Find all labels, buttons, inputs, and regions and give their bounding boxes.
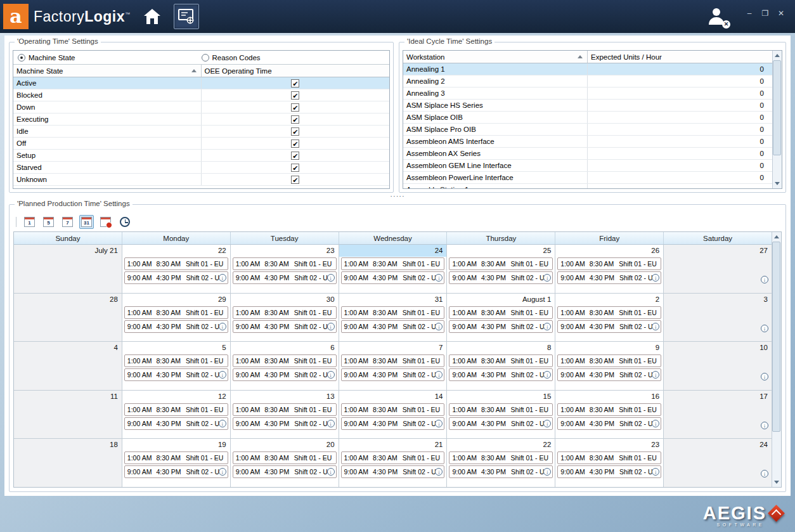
shift-entry[interactable]: 9:00 AM4:30 PMShift 02 - US↓ bbox=[124, 417, 228, 430]
calendar-day-cell[interactable]: 3↓ bbox=[664, 294, 772, 342]
machine-state-row[interactable]: Idle✔ bbox=[13, 126, 389, 138]
calendar-day-cell[interactable]: 221:00 AM8:30 AMShift 01 - EU9:00 AM4:30… bbox=[122, 245, 231, 293]
shift-entry[interactable]: 1:00 AM8:30 AMShift 01 - EU bbox=[557, 403, 661, 416]
home-button[interactable] bbox=[139, 4, 165, 29]
shift-entry[interactable]: 1:00 AM8:30 AMShift 01 - EU bbox=[449, 403, 553, 416]
expected-units-cell[interactable]: 0 bbox=[588, 112, 772, 123]
calendar-day-cell[interactable]: 71:00 AM8:30 AMShift 01 - EU9:00 AM4:30 … bbox=[339, 342, 448, 390]
minimize-button[interactable]: – bbox=[744, 9, 754, 18]
shift-entry[interactable]: 9:00 AM4:30 PMShift 02 - US↓ bbox=[124, 320, 228, 333]
more-appointments-icon[interactable]: ↓ bbox=[652, 468, 659, 476]
calendar-day-cell[interactable]: 91:00 AM8:30 AMShift 01 - EU9:00 AM4:30 … bbox=[555, 342, 664, 390]
more-appointments-icon[interactable]: ↓ bbox=[327, 274, 335, 282]
oee-operating-time-column-header[interactable]: OEE Operating Time bbox=[202, 65, 390, 77]
shift-entry[interactable]: 9:00 AM4:30 PMShift 02 - US↓ bbox=[449, 417, 553, 430]
shift-entry[interactable]: 9:00 AM4:30 PMShift 02 - US↓ bbox=[233, 368, 337, 381]
calendar-day-cell[interactable]: 231:00 AM8:30 AMShift 01 - EU9:00 AM4:30… bbox=[555, 439, 664, 487]
calendar-day-cell[interactable]: 231:00 AM8:30 AMShift 01 - EU9:00 AM4:30… bbox=[231, 245, 339, 293]
more-appointments-icon[interactable]: ↓ bbox=[652, 371, 659, 379]
more-appointments-icon[interactable]: ↓ bbox=[652, 274, 659, 282]
workstation-row[interactable]: ASM Siplace OIB0 bbox=[403, 112, 772, 124]
calendar-day-cell[interactable]: 191:00 AM8:30 AMShift 01 - EU9:00 AM4:30… bbox=[122, 439, 231, 487]
shift-entry[interactable]: 1:00 AM8:30 AMShift 01 - EU bbox=[233, 354, 337, 367]
calendar-day-cell[interactable]: 261:00 AM8:30 AMShift 01 - EU9:00 AM4:30… bbox=[555, 245, 664, 293]
reason-codes-radio[interactable]: Reason Codes bbox=[202, 54, 261, 62]
more-appointments-icon[interactable]: ↓ bbox=[327, 323, 335, 330]
shift-entry[interactable]: 9:00 AM4:30 PMShift 02 - US↓ bbox=[341, 465, 445, 478]
calendar-day-cell[interactable]: 17↓ bbox=[664, 391, 772, 439]
shift-entry[interactable]: 9:00 AM4:30 PMShift 02 - US↓ bbox=[233, 465, 337, 478]
more-appointments-icon[interactable]: ↓ bbox=[435, 468, 443, 476]
expected-units-cell[interactable] bbox=[588, 184, 772, 188]
calendar-day-cell[interactable]: 11 bbox=[14, 391, 122, 439]
more-appointments-icon[interactable]: ↓ bbox=[761, 470, 768, 477]
shift-entry[interactable]: 1:00 AM8:30 AMShift 01 - EU bbox=[341, 403, 445, 416]
shift-entry[interactable]: 1:00 AM8:30 AMShift 01 - EU bbox=[233, 451, 337, 464]
calendar-day-cell[interactable]: 27↓ bbox=[664, 245, 772, 293]
more-appointments-icon[interactable]: ↓ bbox=[435, 420, 443, 427]
oee-operating-time-checkbox[interactable]: ✔ bbox=[291, 103, 299, 112]
calendar-day-cell[interactable]: August 11:00 AM8:30 AMShift 01 - EU9:00 … bbox=[447, 294, 555, 342]
shift-entry[interactable]: 9:00 AM4:30 PMShift 02 - US↓ bbox=[557, 368, 661, 381]
workstation-row[interactable]: Assembleon AX Series0 bbox=[403, 148, 772, 160]
shift-entry[interactable]: 9:00 AM4:30 PMShift 02 - US↓ bbox=[124, 271, 228, 284]
workstation-row[interactable]: Assembly Station 1 bbox=[403, 184, 772, 188]
maximize-button[interactable]: ❐ bbox=[760, 9, 770, 18]
shift-entry[interactable]: 1:00 AM8:30 AMShift 01 - EU bbox=[341, 257, 445, 270]
shift-entry[interactable]: 9:00 AM4:30 PMShift 02 - US↓ bbox=[449, 465, 553, 478]
calendar-day-cell[interactable]: 28 bbox=[14, 294, 122, 342]
workstation-row[interactable]: Annealing 30 bbox=[403, 88, 772, 100]
calendar-day-cell[interactable]: 241:00 AM8:30 AMShift 01 - EU9:00 AM4:30… bbox=[339, 245, 448, 293]
workstation-row[interactable]: ASM Siplace HS Series0 bbox=[403, 100, 772, 112]
machine-state-row[interactable]: Off✔ bbox=[13, 138, 389, 150]
more-appointments-icon[interactable]: ↓ bbox=[219, 420, 226, 427]
calendar-day-cell[interactable]: 10↓ bbox=[664, 342, 772, 390]
shift-entry[interactable]: 1:00 AM8:30 AMShift 01 - EU bbox=[557, 257, 661, 270]
calendar-day-cell[interactable]: 131:00 AM8:30 AMShift 01 - EU9:00 AM4:30… bbox=[231, 391, 339, 439]
oee-settings-button[interactable] bbox=[174, 4, 199, 29]
calendar-day-cell[interactable]: 291:00 AM8:30 AMShift 01 - EU9:00 AM4:30… bbox=[122, 294, 231, 342]
calendar-day-cell[interactable]: 201:00 AM8:30 AMShift 01 - EU9:00 AM4:30… bbox=[231, 439, 339, 487]
workstation-row[interactable]: Assembleon GEM Line Interface0 bbox=[403, 160, 772, 172]
shift-entry[interactable]: 9:00 AM4:30 PMShift 02 - US↓ bbox=[233, 271, 337, 284]
oee-operating-time-checkbox[interactable]: ✔ bbox=[291, 164, 299, 172]
scrollbar-thumb[interactable] bbox=[773, 60, 781, 155]
shift-entry[interactable]: 1:00 AM8:30 AMShift 01 - EU bbox=[341, 306, 445, 319]
close-button[interactable]: ✕ bbox=[776, 9, 786, 18]
more-appointments-icon[interactable]: ↓ bbox=[761, 325, 768, 332]
shift-entry[interactable]: 9:00 AM4:30 PMShift 02 - US↓ bbox=[233, 417, 337, 430]
machine-state-radio[interactable]: Machine State bbox=[13, 54, 202, 62]
scroll-down-button[interactable] bbox=[773, 179, 782, 188]
workstation-row[interactable]: Assembleon AMS Interface0 bbox=[403, 136, 772, 148]
shift-entry[interactable]: 1:00 AM8:30 AMShift 01 - EU bbox=[557, 354, 661, 367]
more-appointments-icon[interactable]: ↓ bbox=[543, 468, 551, 476]
expected-units-cell[interactable]: 0 bbox=[588, 75, 772, 87]
shift-entry[interactable]: 9:00 AM4:30 PMShift 02 - US↓ bbox=[341, 320, 445, 333]
shift-entry[interactable]: 9:00 AM4:30 PMShift 02 - US↓ bbox=[557, 465, 661, 478]
calendar-day-cell[interactable]: 61:00 AM8:30 AMShift 01 - EU9:00 AM4:30 … bbox=[231, 342, 339, 390]
more-appointments-icon[interactable]: ↓ bbox=[652, 420, 659, 427]
machine-state-row[interactable]: Blocked✔ bbox=[13, 89, 389, 101]
shift-entry[interactable]: 1:00 AM8:30 AMShift 01 - EU bbox=[124, 451, 228, 464]
more-appointments-icon[interactable]: ↓ bbox=[435, 323, 443, 330]
calendar-day-cell[interactable]: 141:00 AM8:30 AMShift 01 - EU9:00 AM4:30… bbox=[339, 391, 448, 439]
oee-operating-time-checkbox[interactable]: ✔ bbox=[291, 127, 299, 136]
more-appointments-icon[interactable]: ↓ bbox=[435, 274, 443, 282]
more-appointments-icon[interactable]: ↓ bbox=[543, 274, 551, 282]
exception-day-view-button[interactable] bbox=[98, 215, 113, 229]
oee-operating-time-checkbox[interactable]: ✔ bbox=[291, 139, 299, 148]
calendar-day-cell[interactable]: 51:00 AM8:30 AMShift 01 - EU9:00 AM4:30 … bbox=[122, 342, 231, 390]
oee-operating-time-checkbox[interactable]: ✔ bbox=[291, 91, 299, 100]
more-appointments-icon[interactable]: ↓ bbox=[652, 323, 659, 330]
oee-operating-time-checkbox[interactable]: ✔ bbox=[291, 79, 299, 88]
scrollbar-track[interactable] bbox=[773, 60, 782, 179]
calendar-day-cell[interactable]: 18 bbox=[14, 439, 122, 487]
more-appointments-icon[interactable]: ↓ bbox=[761, 276, 768, 283]
machine-state-row[interactable]: Setup✔ bbox=[13, 150, 389, 162]
scroll-up-button[interactable] bbox=[772, 232, 782, 242]
shift-entry[interactable]: 1:00 AM8:30 AMShift 01 - EU bbox=[233, 257, 337, 270]
calendar-day-cell[interactable]: 251:00 AM8:30 AMShift 01 - EU9:00 AM4:30… bbox=[447, 245, 555, 293]
calendar-day-cell[interactable]: 121:00 AM8:30 AMShift 01 - EU9:00 AM4:30… bbox=[122, 391, 231, 439]
user-logout-button[interactable]: ✕ bbox=[706, 6, 728, 27]
calendar-day-cell[interactable]: 24↓ bbox=[664, 439, 772, 487]
